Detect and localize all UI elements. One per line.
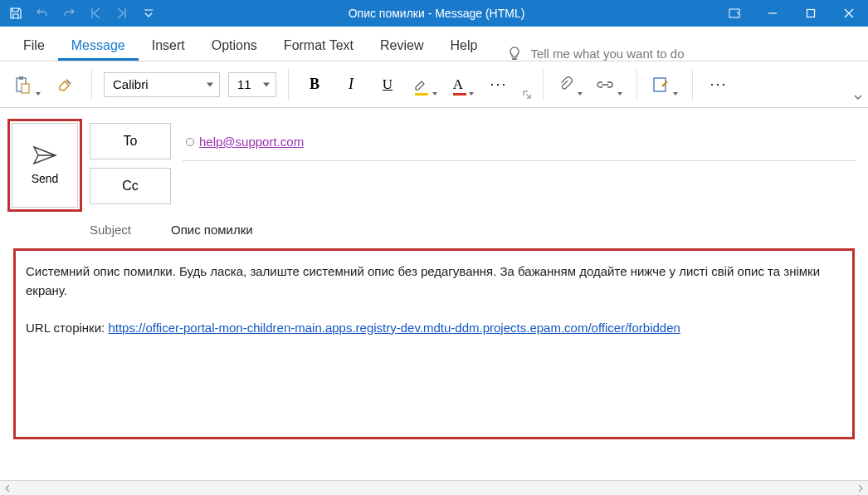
signature-icon [652, 76, 669, 93]
subject-value[interactable]: Опис помилки [171, 223, 253, 237]
dialog-launcher-icon[interactable] [523, 91, 531, 99]
svg-rect-4 [19, 76, 23, 80]
body-paragraph: Системний опис помилки. Будь ласка, зали… [26, 262, 842, 300]
previous-icon[interactable] [86, 4, 105, 22]
tab-options[interactable]: Options [198, 30, 271, 61]
tab-insert[interactable]: Insert [139, 30, 198, 61]
window-title: Опис помилки - Message (HTML) [158, 7, 715, 20]
save-icon[interactable] [7, 4, 25, 22]
font-color-button[interactable]: A [448, 71, 476, 99]
cc-field[interactable] [183, 161, 856, 199]
maximize-button[interactable] [792, 0, 830, 27]
svg-rect-5 [22, 84, 29, 93]
redo-icon[interactable] [60, 4, 78, 22]
minimize-button[interactable] [753, 0, 792, 27]
horizontal-scrollbar[interactable] [0, 480, 868, 495]
send-icon [32, 145, 57, 165]
tell-me-placeholder: Tell me what you want to do [530, 47, 684, 61]
paperclip-icon [558, 76, 573, 93]
link-button[interactable] [593, 71, 625, 99]
attach-file-button[interactable] [555, 71, 585, 99]
tab-file[interactable]: File [10, 30, 58, 61]
to-button[interactable]: To [90, 123, 171, 159]
scroll-right-icon[interactable] [853, 482, 868, 495]
ribbon-commands: Calibri 11 B I U A ··· ··· [0, 61, 868, 108]
italic-button[interactable]: I [337, 71, 365, 99]
bold-button[interactable]: B [300, 71, 329, 99]
highlighter-icon [413, 77, 428, 92]
svg-rect-2 [807, 10, 815, 17]
ribbon-display-icon[interactable] [715, 0, 753, 27]
underline-button[interactable]: U [373, 71, 402, 99]
format-painter-button[interactable] [51, 71, 80, 99]
paintbrush-icon [57, 76, 74, 93]
tell-me-search[interactable]: Tell me what you want to do [490, 46, 684, 61]
ribbon-tabs: File Message Insert Options Format Text … [0, 27, 868, 61]
paste-button[interactable] [10, 71, 43, 99]
link-icon [597, 79, 613, 91]
font-size-select[interactable]: 11 [228, 72, 276, 97]
compose-area: Send To Cc help@support.com Subject Опис… [0, 108, 868, 439]
scroll-left-icon[interactable] [0, 482, 15, 495]
to-recipient[interactable]: help@support.com [199, 135, 304, 149]
more-commands-button[interactable]: ··· [705, 71, 733, 99]
subject-label: Subject [90, 223, 171, 237]
message-body[interactable]: Системний опис помилки. Будь ласка, зали… [13, 248, 855, 439]
quick-access-toolbar [0, 4, 158, 22]
tab-message[interactable]: Message [58, 30, 139, 61]
send-label: Send [32, 172, 59, 185]
cc-button[interactable]: Cc [90, 168, 171, 204]
to-field[interactable]: help@support.com [183, 123, 856, 161]
body-url-line: URL сторінки: https://officer-portal-mon… [26, 319, 842, 338]
window-controls [715, 0, 868, 27]
scroll-track[interactable] [15, 482, 853, 495]
clipboard-icon [13, 76, 32, 94]
font-name-select[interactable]: Calibri [104, 72, 220, 97]
send-button[interactable]: Send [12, 123, 78, 208]
more-formatting-button[interactable]: ··· [485, 71, 513, 99]
tab-format-text[interactable]: Format Text [271, 30, 367, 61]
collapse-ribbon-icon[interactable] [853, 91, 863, 104]
close-button[interactable] [830, 0, 868, 27]
signature-button[interactable] [649, 71, 680, 99]
title-bar: Опис помилки - Message (HTML) [0, 0, 868, 27]
customize-qat-icon[interactable] [139, 4, 158, 22]
lightbulb-icon [507, 46, 522, 61]
presence-icon [186, 138, 194, 146]
tab-help[interactable]: Help [437, 30, 491, 61]
body-url-link[interactable]: https://officer-portal-mon-children-main… [108, 321, 680, 335]
tab-review[interactable]: Review [367, 30, 436, 61]
highlight-button[interactable] [410, 71, 440, 99]
undo-icon[interactable] [33, 4, 51, 22]
next-icon[interactable] [113, 4, 131, 22]
